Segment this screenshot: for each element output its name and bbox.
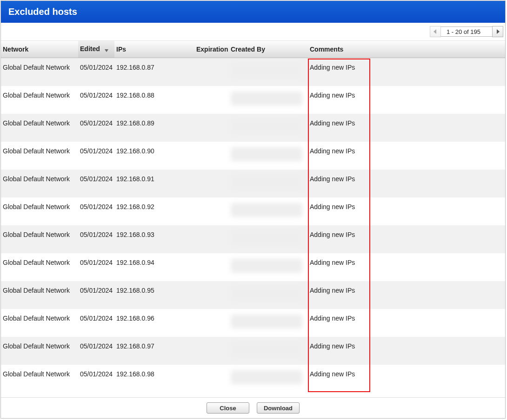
cell-created-by <box>229 86 308 114</box>
table-row[interactable]: Global Default Network05/01/2024192.168.… <box>1 281 505 309</box>
redacted-created-by <box>231 342 302 356</box>
redacted-created-by <box>231 231 302 245</box>
table-row[interactable]: Global Default Network05/01/2024192.168.… <box>1 114 505 142</box>
cell-comments: Adding new IPs <box>308 86 505 114</box>
cell-ips: 192.168.0.96 <box>114 309 194 337</box>
cell-comments-text: Adding new IPs <box>310 370 355 378</box>
col-header-comments[interactable]: Comments <box>308 41 505 58</box>
table-row[interactable]: Global Default Network05/01/2024192.168.… <box>1 58 505 86</box>
redacted-created-by <box>231 92 302 105</box>
cell-comments-text: Adding new IPs <box>310 92 355 99</box>
table-row[interactable]: Global Default Network05/01/2024192.168.… <box>1 197 505 225</box>
close-button[interactable]: Close <box>207 402 249 413</box>
table-header-row: Network Edited IPs Expiration Created By… <box>1 41 505 58</box>
cell-network: Global Default Network <box>1 309 78 337</box>
cell-comments-text: Adding new IPs <box>310 342 355 350</box>
svg-marker-2 <box>105 49 108 52</box>
cell-expiration <box>194 114 229 142</box>
cell-comments-text: Adding new IPs <box>310 64 355 71</box>
cell-created-by <box>229 58 308 86</box>
cell-ips: 192.168.0.90 <box>114 142 194 170</box>
cell-ips: 192.168.0.88 <box>114 86 194 114</box>
cell-expiration <box>194 58 229 86</box>
cell-network: Global Default Network <box>1 225 78 253</box>
cell-network: Global Default Network <box>1 365 78 393</box>
cell-edited-text: 05/01/2024 <box>80 231 113 238</box>
col-header-comments-label: Comments <box>310 46 343 53</box>
pager-range-text: 1 - 20 of 195 <box>441 26 492 37</box>
cell-edited-text: 05/01/2024 <box>80 92 113 99</box>
cell-network-text: Global Default Network <box>3 287 70 294</box>
cell-ips-text: 192.168.0.94 <box>116 259 154 266</box>
cell-edited: 05/01/2024 <box>78 253 114 281</box>
cell-ips-text: 192.168.0.89 <box>116 119 154 127</box>
cell-ips: 192.168.0.87 <box>114 58 194 86</box>
cell-ips: 192.168.0.92 <box>114 197 194 225</box>
table-row[interactable]: Global Default Network05/01/2024192.168.… <box>1 337 505 365</box>
cell-edited: 05/01/2024 <box>78 365 114 393</box>
cell-created-by <box>229 337 308 365</box>
col-header-expiration[interactable]: Expiration <box>194 41 229 58</box>
table-row[interactable]: Global Default Network05/01/2024192.168.… <box>1 253 505 281</box>
cell-network-text: Global Default Network <box>3 259 70 266</box>
cell-ips-text: 192.168.0.92 <box>116 203 154 210</box>
cell-network-text: Global Default Network <box>3 342 70 350</box>
cell-expiration <box>194 197 229 225</box>
cell-edited: 05/01/2024 <box>78 337 114 365</box>
cell-comments-text: Adding new IPs <box>310 175 355 183</box>
cell-edited-text: 05/01/2024 <box>80 370 113 378</box>
col-header-edited[interactable]: Edited <box>78 41 114 58</box>
cell-network-text: Global Default Network <box>3 92 70 99</box>
redacted-created-by <box>231 64 302 78</box>
download-button[interactable]: Download <box>257 402 300 413</box>
redacted-created-by <box>231 203 302 217</box>
col-header-ips[interactable]: IPs <box>114 41 194 58</box>
table-row[interactable]: Global Default Network05/01/2024192.168.… <box>1 86 505 114</box>
cell-ips-text: 192.168.0.87 <box>116 64 154 71</box>
cell-edited: 05/01/2024 <box>78 142 114 170</box>
cell-ips-text: 192.168.0.96 <box>116 315 154 322</box>
cell-network-text: Global Default Network <box>3 370 70 378</box>
table-row[interactable]: Global Default Network05/01/2024192.168.… <box>1 365 505 393</box>
cell-edited: 05/01/2024 <box>78 86 114 114</box>
cell-network: Global Default Network <box>1 170 78 197</box>
cell-ips: 192.168.0.89 <box>114 114 194 142</box>
pager: 1 - 20 of 195 <box>430 26 503 37</box>
table-row[interactable]: Global Default Network05/01/2024192.168.… <box>1 309 505 337</box>
cell-comments: Adding new IPs <box>308 58 505 86</box>
cell-edited-text: 05/01/2024 <box>80 147 113 155</box>
cell-comments: Adding new IPs <box>308 365 505 393</box>
svg-marker-0 <box>434 29 436 34</box>
pager-prev-button[interactable] <box>430 26 441 37</box>
dialog-footer: Close Download <box>1 397 505 418</box>
cell-network-text: Global Default Network <box>3 175 70 183</box>
pager-next-button[interactable] <box>492 26 503 37</box>
pager-row: 1 - 20 of 195 <box>1 23 505 41</box>
cell-network: Global Default Network <box>1 337 78 365</box>
cell-network: Global Default Network <box>1 142 78 170</box>
col-header-network[interactable]: Network <box>1 41 78 58</box>
svg-marker-1 <box>497 29 500 34</box>
table-row[interactable]: Global Default Network05/01/2024192.168.… <box>1 142 505 170</box>
cell-network: Global Default Network <box>1 114 78 142</box>
cell-ips: 192.168.0.95 <box>114 281 194 309</box>
cell-edited: 05/01/2024 <box>78 225 114 253</box>
cell-network: Global Default Network <box>1 281 78 309</box>
table-row[interactable]: Global Default Network05/01/2024192.168.… <box>1 225 505 253</box>
cell-created-by <box>229 365 308 393</box>
col-header-created-by-label: Created By <box>231 46 265 53</box>
col-header-expiration-label: Expiration <box>196 46 228 53</box>
cell-network-text: Global Default Network <box>3 147 70 155</box>
col-header-created-by[interactable]: Created By <box>229 41 308 58</box>
cell-comments-text: Adding new IPs <box>310 287 355 294</box>
cell-ips: 192.168.0.94 <box>114 253 194 281</box>
redacted-created-by <box>231 175 302 189</box>
table-row[interactable]: Global Default Network05/01/2024192.168.… <box>1 170 505 197</box>
redacted-created-by <box>231 147 302 161</box>
cell-ips-text: 192.168.0.95 <box>116 287 154 294</box>
sort-desc-icon <box>105 46 108 53</box>
excluded-hosts-dialog: Excluded hosts 1 - 20 of 195 Network E <box>0 0 506 419</box>
cell-ips-text: 192.168.0.97 <box>116 342 154 350</box>
cell-network-text: Global Default Network <box>3 231 70 238</box>
dialog-titlebar: Excluded hosts <box>1 1 505 23</box>
